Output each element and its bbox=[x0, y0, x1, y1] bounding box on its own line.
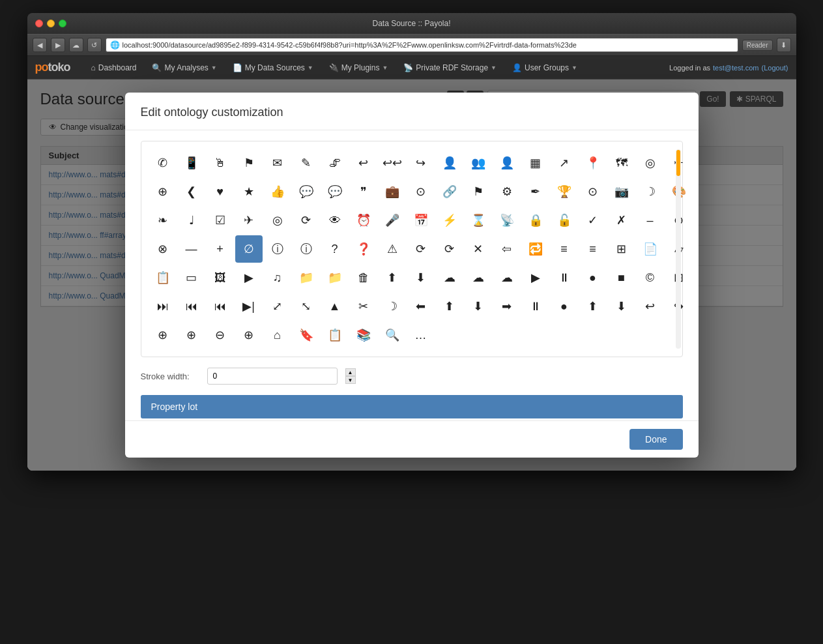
icon-cell-61[interactable]: ⓘ bbox=[264, 235, 291, 263]
icon-cell-74[interactable]: 📄 bbox=[637, 235, 664, 263]
icon-cell-69[interactable]: ⇦ bbox=[493, 235, 521, 263]
icon-cell-107[interactable]: ➡ bbox=[493, 293, 521, 320]
done-button[interactable]: Done bbox=[629, 429, 682, 450]
icon-cell-114[interactable]: ⊕ bbox=[149, 321, 177, 349]
icon-cell-86[interactable]: ☁ bbox=[436, 264, 463, 291]
icon-cell-35[interactable]: 📷 bbox=[608, 178, 635, 205]
icon-cell-42[interactable]: ◎ bbox=[264, 207, 291, 234]
icon-cell-112[interactable]: ↩ bbox=[637, 293, 664, 320]
icon-cell-85[interactable]: ⬇ bbox=[407, 264, 435, 291]
icon-cell-73[interactable]: ⊞ bbox=[608, 235, 635, 263]
icon-grid-scrollbar[interactable] bbox=[676, 149, 681, 349]
icon-cell-65[interactable]: ⚠ bbox=[379, 235, 406, 263]
icon-cell-83[interactable]: 🗑 bbox=[350, 264, 377, 291]
property-lot-bar[interactable]: Property lot bbox=[141, 395, 683, 418]
minimize-button[interactable] bbox=[47, 20, 55, 27]
icon-cell-96[interactable]: ⏮ bbox=[178, 293, 205, 320]
stroke-width-input[interactable] bbox=[207, 368, 338, 385]
user-email-link[interactable]: test@test.com bbox=[713, 64, 758, 72]
icon-cell-91[interactable]: ● bbox=[579, 264, 607, 291]
nav-item-plugins[interactable]: 🔌 My Plugins ▼ bbox=[321, 56, 396, 80]
icon-cell-39[interactable]: ♩ bbox=[178, 207, 205, 234]
scrollbar-thumb[interactable] bbox=[676, 150, 680, 176]
icon-cell-3[interactable]: ⚑ bbox=[235, 149, 263, 177]
icon-cell-15[interactable]: 📍 bbox=[579, 149, 607, 177]
icon-cell-54[interactable]: ✗ bbox=[608, 207, 635, 234]
icon-cell-106[interactable]: ⬇ bbox=[465, 293, 492, 320]
nav-item-datasources[interactable]: 📄 My Data Sources ▼ bbox=[225, 56, 321, 80]
icon-cell-70[interactable]: 🔁 bbox=[522, 235, 549, 263]
icon-cell-111[interactable]: ⬇ bbox=[608, 293, 635, 320]
icon-cell-101[interactable]: ▲ bbox=[321, 293, 349, 320]
nav-item-dashboard[interactable]: ⌂ Dashboard bbox=[83, 56, 145, 80]
icon-cell-98[interactable]: ▶| bbox=[235, 293, 263, 320]
icon-cell-50[interactable]: 📡 bbox=[493, 207, 521, 234]
spinner-up-button[interactable]: ▲ bbox=[345, 368, 356, 376]
icon-cell-45[interactable]: ⏰ bbox=[350, 207, 377, 234]
icon-cell-71[interactable]: ≡ bbox=[551, 235, 578, 263]
icon-cell-84[interactable]: ⬆ bbox=[379, 264, 406, 291]
icon-cell-13[interactable]: ▦ bbox=[522, 149, 549, 177]
icon-cell-76[interactable]: 📋 bbox=[149, 264, 177, 291]
icon-cell-118[interactable]: ⌂ bbox=[264, 321, 291, 349]
icon-cell-80[interactable]: ♫ bbox=[264, 264, 291, 291]
icon-cell-116[interactable]: ⊖ bbox=[207, 321, 234, 349]
icon-cell-121[interactable]: 📚 bbox=[350, 321, 377, 349]
icon-cell-34[interactable]: ⊙ bbox=[579, 178, 607, 205]
icon-cell-81[interactable]: 📁 bbox=[293, 264, 320, 291]
icon-cell-49[interactable]: ⌛ bbox=[465, 207, 492, 234]
icon-cell-33[interactable]: 🏆 bbox=[551, 178, 578, 205]
icon-cell-72[interactable]: ≡ bbox=[579, 235, 607, 263]
reader-button[interactable]: Reader bbox=[742, 40, 773, 51]
icon-cell-92[interactable]: ■ bbox=[608, 264, 635, 291]
icon-cell-30[interactable]: ⚑ bbox=[465, 178, 492, 205]
icon-cell-44[interactable]: 👁 bbox=[321, 207, 349, 234]
icon-cell-52[interactable]: 🔓 bbox=[551, 207, 578, 234]
icon-cell-38[interactable]: ❧ bbox=[149, 207, 177, 234]
icon-cell-24[interactable]: 💬 bbox=[293, 178, 320, 205]
nav-item-analyses[interactable]: 🔍 My Analyses ▼ bbox=[144, 56, 224, 80]
icon-cell-102[interactable]: ✂ bbox=[350, 293, 377, 320]
icon-cell-36[interactable]: ☽ bbox=[637, 178, 664, 205]
icon-cell-8[interactable]: ↩↩ bbox=[379, 149, 406, 177]
icon-cell-104[interactable]: ⬅ bbox=[407, 293, 435, 320]
icon-cell-109[interactable]: ● bbox=[551, 293, 578, 320]
icon-cell-63[interactable]: ? bbox=[321, 235, 349, 263]
logout-link[interactable]: (Logout) bbox=[762, 64, 788, 72]
icon-cell-57[interactable]: ⊗ bbox=[149, 235, 177, 263]
icon-cell-20[interactable]: ❮ bbox=[178, 178, 205, 205]
icon-cell-5[interactable]: ✎ bbox=[293, 149, 320, 177]
nav-item-rdf[interactable]: 📡 Private RDF Storage ▼ bbox=[396, 56, 504, 80]
back-button[interactable]: ◀ bbox=[33, 38, 47, 52]
icon-cell-31[interactable]: ⚙ bbox=[493, 178, 521, 205]
address-bar[interactable]: 🌐 localhost:9000/datasource/ad9895e2-f89… bbox=[106, 38, 738, 52]
icon-cell-47[interactable]: 📅 bbox=[407, 207, 435, 234]
icon-cell-41[interactable]: ✈ bbox=[235, 207, 263, 234]
icon-cell-117[interactable]: ⊕ bbox=[235, 321, 263, 349]
icon-cell-14[interactable]: ↗ bbox=[551, 149, 578, 177]
icon-cell-119[interactable]: 🔖 bbox=[293, 321, 320, 349]
maximize-button[interactable] bbox=[59, 20, 66, 27]
icon-cell-87[interactable]: ☁ bbox=[465, 264, 492, 291]
icon-cell-43[interactable]: ⟳ bbox=[293, 207, 320, 234]
history-button[interactable]: ☁ bbox=[69, 38, 83, 52]
icon-cell-1[interactable]: 📱 bbox=[178, 149, 205, 177]
icon-cell-103[interactable]: ☽ bbox=[379, 293, 406, 320]
icon-cell-60[interactable]: ∅ bbox=[235, 235, 263, 263]
icon-cell-100[interactable]: ⤡ bbox=[293, 293, 320, 320]
downloads-button[interactable]: ⬇ bbox=[777, 38, 791, 52]
icon-cell-115[interactable]: ⊕ bbox=[178, 321, 205, 349]
icon-cell-53[interactable]: ✓ bbox=[579, 207, 607, 234]
spinner-down-button[interactable]: ▼ bbox=[345, 376, 356, 384]
icon-cell-32[interactable]: ✒ bbox=[522, 178, 549, 205]
icon-cell-82[interactable]: 📁 bbox=[321, 264, 349, 291]
icon-cell-40[interactable]: ☑ bbox=[207, 207, 234, 234]
icon-cell-22[interactable]: ★ bbox=[235, 178, 263, 205]
reload-button[interactable]: ↺ bbox=[87, 38, 102, 52]
icon-cell-12[interactable]: 👤 bbox=[493, 149, 521, 177]
icon-cell-4[interactable]: ✉ bbox=[264, 149, 291, 177]
icon-cell-7[interactable]: ↩ bbox=[350, 149, 377, 177]
icon-cell-110[interactable]: ⬆ bbox=[579, 293, 607, 320]
icon-cell-59[interactable]: + bbox=[207, 235, 234, 263]
close-button[interactable] bbox=[35, 20, 43, 27]
